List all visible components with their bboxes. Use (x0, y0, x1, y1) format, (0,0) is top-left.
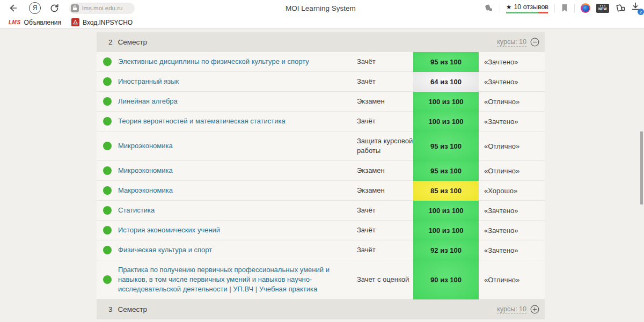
grade-label: «Зачтено» (479, 118, 545, 126)
assessment-type: Зачёт (357, 72, 413, 91)
url-text: lms.moi.edu.ru (82, 5, 122, 11)
completed-dot-icon (103, 246, 112, 254)
score-badge: 100 из 100 (413, 201, 479, 221)
completed-dot-icon (103, 97, 112, 106)
grade-label: «Отлично» (479, 276, 545, 284)
browser-toolbar: Я lms.moi.edu.ru MOI Learning System ★ (0, 0, 644, 16)
extension-browser-icon[interactable] (581, 3, 590, 13)
assessment-type: Зачёт (357, 201, 413, 220)
assessment-type: Экзамен (357, 92, 413, 111)
status-dot-cell (97, 186, 118, 195)
score-badge: 100 из 100 (413, 112, 479, 131)
bookmark-item-announcements[interactable]: LMS Объявления (5, 19, 64, 26)
toolbar-divider (554, 4, 555, 12)
expand-circle-icon[interactable] (530, 305, 539, 314)
course-name-link[interactable]: Элективные дисциплины по физической куль… (118, 52, 357, 71)
bookmark-flag-icon[interactable] (561, 4, 568, 12)
page-title: MOI Learning System (286, 4, 356, 12)
page-scrollbar-thumb[interactable] (640, 131, 643, 204)
protect-icon[interactable] (484, 3, 494, 13)
course-name-link[interactable]: Микроэкономика (118, 161, 357, 180)
grade-label: «Зачтено» (479, 226, 545, 235)
grade-label: «Зачтено» (479, 246, 545, 254)
bookmarks-bar: LMS Объявления Вход.INPSYCHO (0, 16, 644, 29)
completed-dot-icon (103, 57, 112, 66)
downloads-button[interactable]: 2 (631, 2, 642, 14)
course-row: Микроэкономика Экзамен 95 из 100 «Отличн… (97, 161, 545, 181)
collapse-circle-icon[interactable] (530, 38, 539, 47)
course-name-link[interactable]: Макроэкономика (118, 181, 357, 200)
bookmark-item-inpsycho[interactable]: Вход.INPSYCHO (68, 18, 136, 26)
status-dot-cell (97, 77, 118, 86)
score-badge: 92 из 100 (413, 240, 479, 260)
course-name-link[interactable]: Физическая культура и спорт (118, 240, 357, 260)
assessment-type: Зачет с оценкой (357, 270, 413, 289)
status-dot-cell (97, 226, 118, 235)
grade-label: «Отлично» (479, 98, 545, 106)
score-badge: 95 из 100 (413, 52, 479, 72)
course-name-link[interactable]: Теория вероятностей и математическая ста… (118, 112, 357, 131)
course-row: Элективные дисциплины по физической куль… (97, 52, 545, 72)
collections-icon[interactable] (615, 3, 625, 13)
assessment-type: Зачёт (357, 240, 413, 260)
course-name-link[interactable]: Микроэкономика (118, 136, 357, 156)
new-icon-label: NEW (598, 7, 607, 11)
status-dot-cell (97, 275, 118, 284)
course-row: Линейная алгебра Экзамен 100 из 100 «Отл… (97, 92, 545, 112)
assessment-type: Защита курсовой работы (357, 131, 413, 160)
courses-count-toggle[interactable]: курсы: 10 (497, 38, 526, 47)
score-badge: 85 из 100 (413, 181, 479, 201)
score-badge: 95 из 100 (413, 161, 479, 181)
grades-table: 2 Семестр курсы: 10 Элективные дисциплин… (97, 32, 545, 319)
course-name-link[interactable]: История экономических учений (118, 221, 357, 240)
completed-dot-icon (103, 186, 112, 195)
kinopoisk-new-icon[interactable]: NEW (596, 4, 609, 13)
courses-count-toggle[interactable]: курсы: 10 (497, 305, 526, 314)
score-badge: 64 из 100 (413, 72, 479, 92)
grade-label: «Отлично» (479, 142, 545, 150)
lock-icon[interactable] (71, 4, 79, 12)
address-bar[interactable]: lms.moi.edu.ru (69, 3, 135, 14)
course-name-link[interactable]: Статистика (118, 201, 357, 220)
refresh-button[interactable] (49, 3, 60, 13)
assessment-type: Зачёт (357, 221, 413, 240)
course-row: Статистика Зачёт 100 из 100 «Зачтено» (97, 201, 545, 221)
status-dot-cell (97, 246, 118, 254)
course-name-link[interactable]: Линейная алгебра (118, 92, 357, 111)
course-row: Иностранный язык Зачёт 64 из 100 «Зачтен… (97, 72, 545, 92)
course-row: История экономических учений Зачёт 100 и… (97, 221, 545, 240)
score-badge: 100 из 100 (413, 92, 479, 112)
status-dot-cell (97, 97, 118, 106)
course-name-link[interactable]: Иностранный язык (118, 72, 357, 91)
back-button[interactable] (8, 3, 18, 13)
course-name-link[interactable]: Практика по получению первичных професси… (118, 260, 357, 299)
grade-label: «Хорошо» (479, 187, 545, 195)
semester-2-header: 2 Семестр курсы: 10 (97, 32, 545, 52)
rating-bar (506, 12, 548, 13)
inpsycho-favicon (71, 18, 79, 26)
course-row: Теория вероятностей и математическая ста… (97, 112, 545, 131)
site-rating-button[interactable]: ★ 10 отзывов (506, 3, 548, 13)
reviews-count-label: 10 отзывов (514, 3, 548, 11)
grade-label: «Отлично» (479, 167, 545, 175)
score-badge: 100 из 100 (413, 221, 479, 240)
completed-dot-icon (103, 117, 112, 126)
refresh-icon (49, 3, 60, 13)
grade-label: «Зачтено» (479, 207, 545, 215)
bookmark-label: Вход.INPSYCHO (83, 19, 133, 26)
toolbar-divider (500, 4, 500, 12)
yandex-logo-button[interactable]: Я (29, 2, 41, 14)
completed-dot-icon (103, 275, 112, 284)
completed-dot-icon (103, 166, 112, 175)
course-row: Физическая культура и спорт Зачёт 92 из … (97, 240, 545, 260)
semester-label: Семестр (118, 305, 148, 313)
completed-dot-icon (103, 226, 112, 235)
toolbar-divider (574, 4, 575, 12)
status-dot-cell (97, 57, 118, 66)
lms-favicon: LMS (9, 19, 21, 25)
download-count-badge: 2 (638, 9, 644, 15)
course-row: Практика по получению первичных професси… (97, 260, 545, 299)
status-dot-cell (97, 142, 118, 150)
yandex-logo-letter: Я (33, 4, 38, 12)
course-row: Микроэкономика Защита курсовой работы 95… (97, 131, 545, 161)
